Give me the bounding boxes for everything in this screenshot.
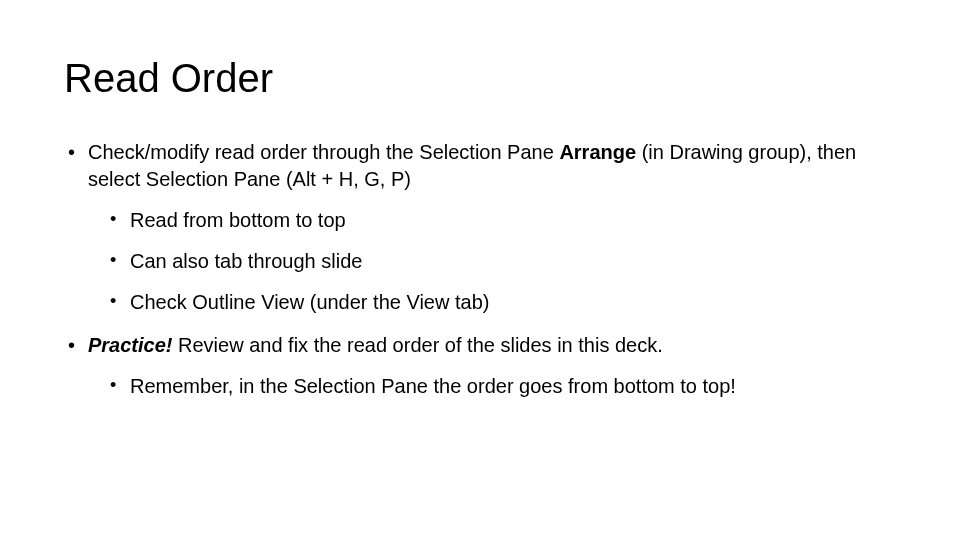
bullet-1-sublist: Read from bottom to top Can also tab thr… [88,207,896,316]
bullet-1-sub-1: Read from bottom to top [88,207,896,234]
bullet-1-sub-3: Check Outline View (under the View tab) [88,289,896,316]
slide-title: Read Order [64,56,896,101]
bullet-2-emphasis: Practice! [88,334,173,356]
bullet-list: Check/modify read order through the Sele… [64,139,896,400]
bullet-1-text-bold: Arrange [559,141,636,163]
bullet-2: Practice! Review and fix the read order … [64,332,896,400]
bullet-1: Check/modify read order through the Sele… [64,139,896,316]
slide: Read Order Check/modify read order throu… [0,0,960,540]
bullet-2-sub-1: Remember, in the Selection Pane the orde… [88,373,896,400]
bullet-2-rest: Review and fix the read order of the sli… [173,334,663,356]
bullet-2-sublist: Remember, in the Selection Pane the orde… [88,373,896,400]
bullet-1-text-pre: Check/modify read order through the Sele… [88,141,559,163]
bullet-1-sub-2: Can also tab through slide [88,248,896,275]
